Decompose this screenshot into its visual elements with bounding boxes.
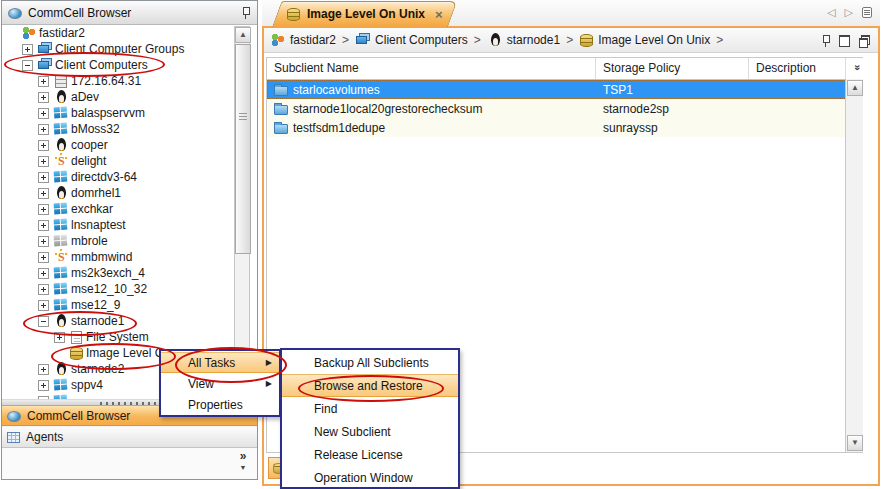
- breadcrumb-separator: >: [716, 33, 723, 47]
- expand-icon[interactable]: [38, 220, 49, 231]
- table-row-starlocavolumes[interactable]: starlocavolumesTSP1: [267, 80, 863, 99]
- tree-item-adev[interactable]: aDev: [2, 89, 257, 105]
- menu-item-view[interactable]: View▶: [161, 373, 279, 394]
- tree-item-exchkar[interactable]: exchkar: [2, 201, 257, 217]
- tree-item-starnode1[interactable]: starnode1: [2, 313, 257, 329]
- expand-icon[interactable]: [38, 124, 49, 135]
- tree-item-label: 172.16.64.31: [71, 74, 141, 88]
- tree-item-bmoss32[interactable]: bMoss32: [2, 121, 257, 137]
- tray-overflow-button[interactable]: » ▼: [235, 450, 251, 474]
- nav-back-icon[interactable]: ◁: [827, 5, 835, 19]
- pin-icon[interactable]: [241, 6, 251, 19]
- shortcut-tray: » ▼: [2, 448, 257, 479]
- tree-item-fastidar2[interactable]: fastidar2: [2, 25, 257, 41]
- tree-item-balaspservvm[interactable]: balaspservvm: [2, 105, 257, 121]
- expand-icon[interactable]: [38, 252, 49, 263]
- table-scrollbar[interactable]: ▲ ▼: [845, 79, 863, 452]
- nav-forward-icon[interactable]: ▷: [845, 5, 853, 19]
- breadcrumb-item-fastidar2[interactable]: fastidar2: [270, 33, 336, 47]
- tree-item-client-computers[interactable]: Client Computers: [2, 57, 257, 73]
- tree-item-client-computer-groups[interactable]: Client Computer Groups: [2, 41, 257, 57]
- menu-item-browse-and-restore[interactable]: Browse and Restore: [282, 374, 458, 397]
- scroll-up-icon[interactable]: ▲: [235, 27, 251, 43]
- expand-icon[interactable]: [38, 204, 49, 215]
- expand-icon[interactable]: [38, 92, 49, 103]
- menu-item-backup-all-subclients[interactable]: Backup All Subclients: [282, 351, 458, 374]
- tree-item-file-system[interactable]: File System: [2, 329, 257, 345]
- menu-item-find[interactable]: Find: [282, 397, 458, 420]
- menu-item-release-license[interactable]: Release License: [282, 443, 458, 466]
- menu-item-properties[interactable]: Properties: [161, 394, 279, 415]
- menu-item-label: Find: [314, 402, 337, 416]
- tree-item-cooper[interactable]: cooper: [2, 137, 257, 153]
- expand-icon[interactable]: [38, 140, 49, 151]
- database-icon: [287, 8, 300, 21]
- expand-icon[interactable]: [38, 236, 49, 247]
- windows-icon: [53, 105, 70, 120]
- windows-icon: [53, 377, 70, 392]
- sidebar-item-agents[interactable]: Agents: [2, 427, 257, 448]
- expand-icon[interactable]: [38, 108, 49, 119]
- menu-item-label: Operation Window: [314, 471, 413, 485]
- tree-item-domrhel1[interactable]: domrhel1: [2, 185, 257, 201]
- tree-item-mse12-9[interactable]: mse12_9: [2, 297, 257, 313]
- expand-icon[interactable]: [38, 380, 49, 391]
- expand-icon[interactable]: [54, 332, 65, 343]
- expand-icon[interactable]: [22, 44, 33, 55]
- column-header-description[interactable]: Description: [749, 58, 846, 79]
- expand-icon[interactable]: [38, 300, 49, 311]
- table-header: Subclient NameStorage PolicyDescription»: [267, 58, 863, 80]
- expand-icon[interactable]: [38, 76, 49, 87]
- expand-icon[interactable]: [38, 188, 49, 199]
- commcell-browser-icon: [7, 411, 21, 422]
- restore-icon[interactable]: [858, 34, 870, 46]
- table-body: starlocavolumesTSP1starnode1local20grest…: [267, 80, 863, 137]
- commcell-browser-icon: [8, 8, 22, 19]
- expand-icon[interactable]: [38, 284, 49, 295]
- menu-item-operation-window[interactable]: Operation Window: [282, 466, 458, 489]
- tree-item-ms2k3exch-4[interactable]: ms2k3exch_4: [2, 265, 257, 281]
- scroll-up-icon[interactable]: ▲: [847, 80, 863, 96]
- tab-close-icon[interactable]: ×: [435, 7, 443, 22]
- agents-icon: [7, 432, 20, 443]
- shortcut-label: CommCell Browser: [27, 409, 130, 423]
- tree-item-label: mse12_10_32: [71, 282, 147, 296]
- tab-image-level-on-unix[interactable]: Image Level On Unix ×: [272, 1, 448, 27]
- collapse-icon[interactable]: [22, 60, 33, 71]
- tree-item-lnsnaptest[interactable]: lnsnaptest: [2, 217, 257, 233]
- scrollbar-thumb[interactable]: [235, 44, 251, 254]
- fs-icon: [71, 331, 82, 344]
- tree-item-172-16-64-31[interactable]: 172.16.64.31: [2, 73, 257, 89]
- breadcrumb-item-image-level-on-unix[interactable]: Image Level On Unix: [579, 33, 710, 47]
- menu-item-new-subclient[interactable]: New Subclient: [282, 420, 458, 443]
- column-chooser-icon[interactable]: »: [851, 64, 862, 70]
- maximize-icon[interactable]: [839, 35, 850, 47]
- menu-item-all-tasks[interactable]: All Tasks▶: [161, 352, 279, 373]
- scroll-down-icon[interactable]: ▼: [847, 435, 863, 451]
- computers-icon: [355, 33, 371, 47]
- table-row-starnode1local20grestorechecksum[interactable]: starnode1local20grestorechecksumstarnode…: [267, 99, 863, 118]
- expand-icon[interactable]: [38, 172, 49, 183]
- tree-item-directdv3-64[interactable]: directdv3-64: [2, 169, 257, 185]
- collapse-icon[interactable]: [38, 316, 49, 327]
- overflow-icon: »: [235, 450, 251, 462]
- menu-item-label: Release License: [314, 448, 403, 462]
- tree-item-mbrole[interactable]: mbrole: [2, 233, 257, 249]
- breadcrumb-item-starnode1[interactable]: starnode1: [487, 33, 560, 47]
- tab-list-icon[interactable]: [862, 7, 872, 18]
- shortcut-label: Agents: [26, 430, 63, 444]
- tree-item-delight[interactable]: delight: [2, 153, 257, 169]
- column-header-subclient-name[interactable]: Subclient Name: [267, 58, 596, 79]
- pin-icon[interactable]: [821, 34, 831, 47]
- table-row-testfsdm1dedupe[interactable]: testfsdm1dedupesunrayssp: [267, 118, 863, 137]
- folder-icon: [274, 105, 288, 115]
- tree-scrollbar[interactable]: ▲: [234, 26, 250, 398]
- column-header-storage-policy[interactable]: Storage Policy: [596, 58, 749, 79]
- expand-icon[interactable]: [38, 156, 49, 167]
- expand-icon[interactable]: [38, 364, 49, 375]
- expand-icon[interactable]: [38, 268, 49, 279]
- tree-item-mse12-10-32[interactable]: mse12_10_32: [2, 281, 257, 297]
- breadcrumb-item-client-computers[interactable]: Client Computers: [355, 33, 468, 47]
- tree-item-label: mbrole: [71, 234, 108, 248]
- tree-item-mmbmwind[interactable]: mmbmwind: [2, 249, 257, 265]
